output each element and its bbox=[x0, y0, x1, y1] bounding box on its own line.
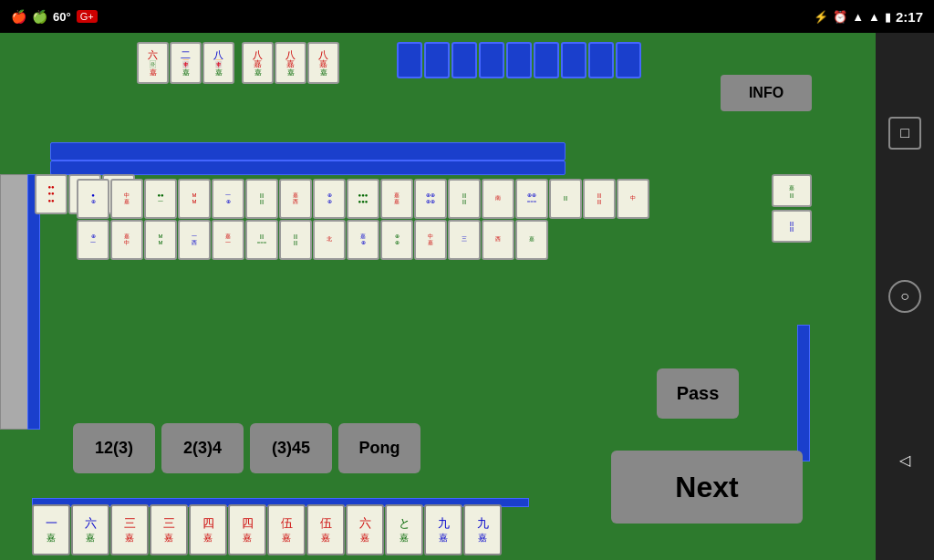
signal-icon: ▲ bbox=[852, 10, 864, 24]
tile: 中嘉 bbox=[110, 179, 143, 219]
tile: 中嘉 bbox=[414, 220, 447, 260]
player-tile-2[interactable]: 六 嘉 bbox=[71, 504, 109, 555]
tile: |||||| bbox=[245, 179, 278, 219]
opponent-revealed-tiles: 六 🀅 嘉 二 🀄 嘉 八 🀄 嘉 bbox=[137, 42, 339, 84]
tile: ⊕⊕=== bbox=[515, 179, 548, 219]
tile: 北 bbox=[313, 220, 346, 260]
gplus-icon: G+ bbox=[77, 10, 98, 23]
circle-icon: ○ bbox=[900, 288, 909, 305]
tile: |||||| bbox=[583, 179, 616, 219]
tile: 八 嘉 嘉 bbox=[307, 42, 339, 84]
tile: 西 bbox=[482, 220, 514, 260]
tile: ⊕⊕ bbox=[380, 220, 413, 260]
player-tile-6[interactable]: 四 嘉 bbox=[228, 504, 266, 555]
face-down-tile bbox=[451, 42, 477, 78]
side-tile: |||||| bbox=[772, 210, 812, 243]
face-down-tile bbox=[506, 42, 532, 78]
tile: 三 bbox=[448, 220, 481, 260]
btn-3-45[interactable]: (3)45 bbox=[250, 423, 332, 473]
square-button[interactable]: □ bbox=[888, 117, 921, 150]
tile: |||=== bbox=[245, 220, 278, 260]
tile: 八 嘉 嘉 bbox=[242, 42, 274, 84]
player-tile-8[interactable]: 伍 嘉 bbox=[306, 504, 345, 555]
game-area: INFO 六 🀅 嘉 二 🀄 嘉 八 🀄 bbox=[0, 33, 876, 560]
tile: 一西 bbox=[178, 220, 211, 260]
center-divider-bar-top bbox=[50, 142, 566, 161]
face-down-tile bbox=[397, 42, 422, 78]
tile: |||||| bbox=[448, 179, 481, 219]
alarm-icon: ⏰ bbox=[833, 10, 847, 24]
tile: 嘉西 bbox=[279, 179, 312, 219]
tile: 中 bbox=[617, 179, 649, 219]
player-tile-5[interactable]: 四 嘉 bbox=[189, 504, 227, 555]
tile: ⊕一 bbox=[77, 220, 109, 260]
right-side-tiles: 嘉||| |||||| bbox=[772, 174, 812, 243]
tile: 嘉嘉 bbox=[380, 179, 413, 219]
player-tile-11[interactable]: 九 嘉 bbox=[424, 504, 462, 555]
face-down-tile bbox=[479, 42, 504, 78]
tile: ||| bbox=[549, 179, 582, 219]
tile: 嘉中 bbox=[110, 220, 143, 260]
btn-pong[interactable]: Pong bbox=[338, 423, 420, 473]
face-down-tile bbox=[588, 42, 614, 78]
tile: 六 🀅 嘉 bbox=[137, 42, 169, 84]
btn-next[interactable]: Next bbox=[611, 451, 803, 524]
center-tile-row-1: ●⊕ 中嘉 ●●一 MM 一⊕ |||||| 嘉西 ⊕⊕ ●●●●●● 嘉嘉 ⊕… bbox=[77, 179, 649, 219]
face-down-tile bbox=[534, 42, 559, 78]
tile: |||||| bbox=[279, 220, 312, 260]
face-down-tile bbox=[561, 42, 586, 78]
tile: 嘉 bbox=[515, 220, 548, 260]
player-hand: 一 嘉 六 嘉 三 嘉 三 嘉 四 嘉 四 嘉 伍 嘉 伍 嘉 bbox=[32, 504, 502, 555]
tile: 八 嘉 嘉 bbox=[275, 42, 306, 84]
face-down-tile bbox=[424, 42, 450, 78]
tile: 一⊕ bbox=[212, 179, 244, 219]
network-icon: ▲ bbox=[868, 10, 880, 24]
tile: ●●一 bbox=[144, 179, 177, 219]
temperature: 60° bbox=[53, 10, 71, 24]
nav-panel: □ ○ ◁ bbox=[876, 33, 934, 560]
tile: MM bbox=[178, 179, 211, 219]
player-tile-7[interactable]: 伍 嘉 bbox=[267, 504, 306, 555]
battery-icon: ▮ bbox=[885, 10, 891, 24]
bluetooth-icon: ⚡ bbox=[814, 10, 828, 24]
divider-bar bbox=[50, 161, 566, 175]
right-blue-bar bbox=[797, 325, 810, 461]
side-tile: 嘉||| bbox=[772, 174, 812, 207]
status-bar: 🍎 🍏 60° G+ ⚡ ⏰ ▲ ▲ ▮ 2:17 bbox=[0, 0, 934, 33]
tile: 八 🀄 嘉 bbox=[202, 42, 234, 84]
apple2-icon: 🍏 bbox=[32, 9, 47, 24]
player-tile-12[interactable]: 九 嘉 bbox=[463, 504, 502, 555]
player-tile-4[interactable]: 三 嘉 bbox=[150, 504, 188, 555]
circle-button[interactable]: ○ bbox=[888, 280, 921, 313]
player-tile-1[interactable]: 一 嘉 bbox=[32, 504, 70, 555]
tile: 嘉⊕ bbox=[347, 220, 379, 260]
tile: 南 bbox=[482, 179, 514, 219]
tile: ●●●●●● bbox=[35, 174, 67, 214]
back-button[interactable]: ◁ bbox=[888, 443, 921, 476]
player-tile-9[interactable]: 六 嘉 bbox=[346, 504, 384, 555]
tile: ●⊕ bbox=[77, 179, 109, 219]
face-down-tile bbox=[616, 42, 641, 78]
player-tile-3[interactable]: 三 嘉 bbox=[110, 504, 149, 555]
tile: 嘉一 bbox=[212, 220, 244, 260]
tile: MM bbox=[144, 220, 177, 260]
btn-12-3[interactable]: 12(3) bbox=[73, 423, 155, 473]
center-tile-row-2: ⊕一 嘉中 MM 一西 嘉一 |||=== |||||| 北 嘉⊕ ⊕⊕ 中嘉 … bbox=[77, 220, 548, 260]
info-button[interactable]: INFO bbox=[721, 75, 812, 111]
clock: 2:17 bbox=[896, 9, 923, 25]
btn-pass[interactable]: Pass bbox=[657, 368, 739, 419]
tile-group-2: 八 嘉 嘉 八 嘉 嘉 八 嘉 嘉 bbox=[242, 42, 339, 84]
back-icon: ◁ bbox=[899, 451, 910, 469]
tile: ⊕⊕ bbox=[313, 179, 346, 219]
player-tile-10[interactable]: と 嘉 bbox=[385, 504, 423, 555]
tile-group-1: 六 🀅 嘉 二 🀄 嘉 八 🀄 嘉 bbox=[137, 42, 234, 84]
btn-2-3-4[interactable]: 2(3)4 bbox=[161, 423, 244, 473]
opponent-hand-tiles bbox=[397, 42, 641, 78]
tile: 二 🀄 嘉 bbox=[170, 42, 202, 84]
tile: ⊕⊕⊕⊕ bbox=[414, 179, 447, 219]
apple1-icon: 🍎 bbox=[11, 9, 26, 24]
square-icon: □ bbox=[900, 125, 909, 141]
tile: ●●●●●● bbox=[347, 179, 379, 219]
